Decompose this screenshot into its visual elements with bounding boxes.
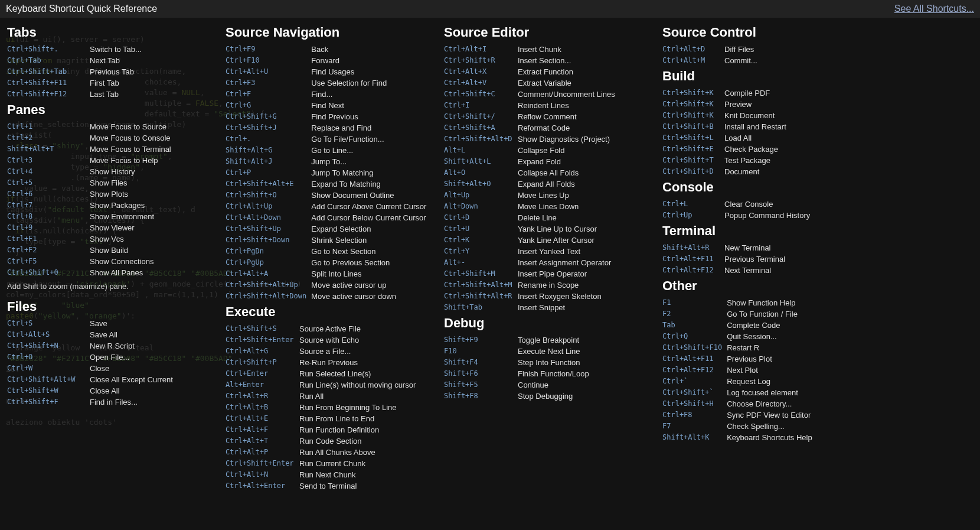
shortcut-row: Ctrl+Shift+BInstall and Restart <box>662 121 870 132</box>
shortcut-desc: Check Spelling... <box>727 421 870 432</box>
shortcut-key: Ctrl+Up <box>662 210 724 221</box>
shortcut-row: Alt+-Insert Assignment Operator <box>444 257 652 268</box>
shortcut-key: Ctrl+Shift+E <box>662 144 724 155</box>
shortcut-desc: Last Tab <box>90 89 215 100</box>
shortcut-key: Ctrl+Shift+Alt+D <box>444 134 518 145</box>
shortcut-key: Ctrl+Shift+S <box>226 323 299 334</box>
shortcut-desc: Forward <box>311 55 433 66</box>
shortcut-key: Ctrl+Shift+N <box>7 340 90 352</box>
shortcut-desc: Go To File/Function... <box>311 134 433 145</box>
shortcut-desc: Next Plot <box>727 365 870 376</box>
shortcut-key: Shift+F4 <box>444 357 518 368</box>
shortcut-desc: Insert Snippet <box>518 302 652 313</box>
shortcut-row: Ctrl+Alt+DownAdd Cursor Below Current Cu… <box>226 212 433 223</box>
shortcut-key: Ctrl+Shift+K <box>662 99 724 110</box>
section-source-nav-title: Source Navigation <box>226 25 433 40</box>
shortcut-desc: Find in Files... <box>90 396 215 408</box>
shortcut-key: Alt+Up <box>444 190 518 201</box>
shortcut-row: Ctrl+Alt+DDiff Files <box>662 44 870 55</box>
shortcut-row: Ctrl+Alt+ASplit Into Lines <box>226 268 433 279</box>
shortcut-key: Shift+Alt+J <box>226 156 311 167</box>
shortcut-row: Ctrl+Shift+ECheck Package <box>662 144 870 155</box>
shortcut-key: Ctrl+2 <box>7 132 90 144</box>
shortcut-row: Ctrl+Alt+SSave All <box>7 329 215 340</box>
shortcut-key: F2 <box>662 308 727 320</box>
shortcut-key: Ctrl+PgDn <box>226 246 311 257</box>
shortcut-key: Ctrl+Shift+Alt+R <box>444 291 518 302</box>
shortcut-key: Ctrl+6 <box>7 188 90 200</box>
shortcut-desc: Clear Console <box>724 199 870 210</box>
shortcut-desc: Insert Assignment Operator <box>518 257 652 268</box>
shortcut-key: Ctrl+U <box>444 223 518 235</box>
shortcut-desc: Show Viewer <box>90 222 215 233</box>
shortcut-desc: Commit... <box>724 55 870 66</box>
shortcut-row: Ctrl+SSave <box>7 318 215 329</box>
shortcut-row: Shift+Alt+GGo to Line... <box>226 145 433 156</box>
shortcut-desc: Re-Run Previous <box>299 357 433 368</box>
shortcut-row: Ctrl+UYank Line Up to Cursor <box>444 223 652 235</box>
shortcut-row: Ctrl+Alt+MCommit... <box>662 55 870 66</box>
shortcut-key: Ctrl+. <box>226 134 311 145</box>
shortcut-row: Ctrl+Shift+KCompile PDF <box>662 87 870 99</box>
shortcut-desc: Previous Terminal <box>724 253 870 265</box>
shortcut-row: Ctrl+6Show Plots <box>7 188 215 200</box>
shortcut-key: Shift+F5 <box>444 379 518 391</box>
shortcut-row: Ctrl+WClose <box>7 363 215 374</box>
shortcut-key: Ctrl+Shift+A <box>444 122 518 134</box>
shortcut-row: Ctrl+Alt+FRun Function Definition <box>226 424 433 435</box>
shortcut-key: F10 <box>444 346 518 357</box>
shortcut-key: Alt+Enter <box>226 379 299 391</box>
shortcut-key: Ctrl+3 <box>7 155 90 166</box>
shortcut-key: Ctrl+Alt+I <box>444 44 518 55</box>
shortcut-key: Ctrl+Shift+T <box>662 155 724 166</box>
shortcut-desc: Find Previous <box>311 111 433 122</box>
shortcut-key: Ctrl+Shift+Enter <box>226 458 299 469</box>
shortcut-desc: Load All <box>724 132 870 144</box>
shortcut-desc: Run All Chunks Above <box>299 447 433 458</box>
shortcut-desc: Go to Line... <box>311 145 433 156</box>
shortcut-key: Ctrl+Alt+F <box>226 424 299 435</box>
see-all-shortcuts-link[interactable]: See All Shortcuts... <box>894 4 974 14</box>
shortcut-desc: Reflow Comment <box>518 111 652 122</box>
shortcut-desc: Knit Document <box>724 110 870 121</box>
shortcut-key: F1 <box>662 297 727 308</box>
section-source-nav-table: Ctrl+F9BackCtrl+F10ForwardCtrl+Alt+UFind… <box>226 44 433 302</box>
column-3: Source Editor Ctrl+Alt+IInsert ChunkCtrl… <box>444 22 662 525</box>
shortcut-row: Ctrl+Shift+Alt+UpMove active cursor up <box>226 279 433 291</box>
shortcut-desc: Comment/Uncomment Lines <box>518 89 652 100</box>
shortcut-desc: Complete Code <box>727 320 870 331</box>
shortcut-row: Ctrl+FFind... <box>226 89 433 100</box>
shortcut-row: Ctrl+Alt+F11Previous Terminal <box>662 253 870 265</box>
shortcut-key: Shift+F8 <box>444 391 518 402</box>
shortcut-desc: Yank Line After Cursor <box>518 235 652 246</box>
shortcut-row: F7Check Spelling... <box>662 421 870 432</box>
shortcut-row: Ctrl+Shift+Alt+DownMove active cursor do… <box>226 291 433 302</box>
shortcut-key: Alt+- <box>444 257 518 268</box>
shortcut-key: Ctrl+9 <box>7 222 90 233</box>
shortcut-row: Ctrl+Shift+KKnit Document <box>662 110 870 121</box>
shortcut-desc: Show Files <box>90 177 215 188</box>
section-build-title: Build <box>662 69 870 84</box>
shortcut-desc: Step Into Function <box>518 357 652 368</box>
shortcut-row: Ctrl+Shift+HChoose Directory... <box>662 398 870 409</box>
shortcut-row: Ctrl+Alt+F12Next Plot <box>662 365 870 376</box>
shortcut-row: Ctrl+F2Show Build <box>7 245 215 256</box>
shortcut-desc: Run Function Definition <box>299 424 433 435</box>
shortcut-desc: Reindent Lines <box>518 100 652 111</box>
shortcut-row: Ctrl+2Move Focus to Console <box>7 132 215 144</box>
shortcut-key: Ctrl+Shift+0 <box>7 267 90 278</box>
shortcut-row: Ctrl+1Move Focus to Source <box>7 121 215 132</box>
shortcut-row: Ctrl+F9Back <box>226 44 433 55</box>
shortcut-key: Ctrl+Shift+` <box>662 387 727 398</box>
shortcut-key: Ctrl+Alt+A <box>226 268 311 279</box>
shortcut-key: Ctrl+Alt+P <box>226 447 299 458</box>
section-source-editor-title: Source Editor <box>444 25 652 40</box>
shortcut-desc: Extract Variable <box>518 77 652 89</box>
shortcut-desc: Show History <box>90 166 215 177</box>
shortcut-row: Shift+F8Stop Debugging <box>444 391 652 402</box>
shortcut-desc: Expand To Matching <box>311 178 433 190</box>
shortcut-key: Ctrl+Shift+Alt+W <box>7 374 90 385</box>
shortcut-desc: Show Build <box>90 245 215 256</box>
shortcut-key: Ctrl+Shift+J <box>226 122 311 134</box>
shortcut-row: Ctrl+Shift+Alt+DShow Diagnostics (Projec… <box>444 134 652 145</box>
